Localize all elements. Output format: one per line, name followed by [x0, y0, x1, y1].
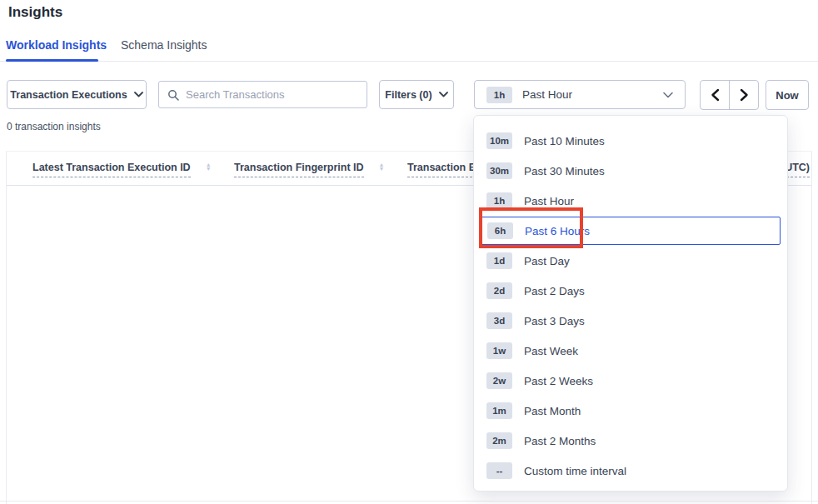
- column-header-txn-fingerprint-id: Transaction Fingerprint ID ▲▼: [234, 162, 385, 177]
- menu-item-past-30-minutes[interactable]: 30m Past 30 Minutes: [474, 156, 787, 186]
- time-interval-label: Past Hour: [522, 88, 653, 101]
- tab-schema-insights[interactable]: Schema Insights: [121, 38, 207, 52]
- search-icon: [167, 89, 179, 101]
- search-input[interactable]: [186, 88, 358, 101]
- time-interval-select[interactable]: 1h Past Hour: [474, 80, 686, 109]
- sort-icon[interactable]: ▲▼: [206, 162, 212, 171]
- active-tab-underline: [6, 59, 98, 62]
- sort-icon[interactable]: ▲▼: [379, 162, 385, 171]
- page-bottom-divider: [0, 501, 818, 502]
- menu-item-past-3-days[interactable]: 3d Past 3 Days: [474, 306, 787, 336]
- chevron-down-icon: [134, 92, 143, 97]
- menu-item-past-week[interactable]: 1w Past Week: [474, 336, 787, 366]
- time-prev-button[interactable]: [701, 81, 730, 109]
- menu-item-past-2-months[interactable]: 2m Past 2 Months: [474, 426, 787, 456]
- menu-item-custom-time-interval[interactable]: -- Custom time interval: [474, 456, 787, 486]
- time-interval-badge: 1h: [486, 87, 512, 103]
- insights-page: Insights Workload Insights Schema Insigh…: [0, 0, 818, 504]
- time-next-button[interactable]: [730, 81, 758, 109]
- menu-item-past-10-minutes[interactable]: 10m Past 10 Minutes: [474, 126, 787, 156]
- time-interval-dropdown: 10m Past 10 Minutes 30m Past 30 Minutes …: [473, 115, 788, 492]
- menu-item-past-6-hours[interactable]: 6h Past 6 Hours: [481, 217, 781, 245]
- tab-bar: Workload Insights Schema Insights: [0, 37, 818, 62]
- chevron-down-icon: [663, 92, 673, 98]
- filters-label: Filters (0): [385, 89, 431, 101]
- insights-count: 0 transaction insights: [7, 121, 101, 132]
- menu-item-past-month[interactable]: 1m Past Month: [474, 396, 787, 426]
- execution-type-select[interactable]: Transaction Executions: [7, 80, 147, 109]
- page-title: Insights: [8, 4, 62, 21]
- now-label: Now: [776, 89, 798, 102]
- column-header-latest-txn-exec-id: Latest Transaction Execution ID ▲▼: [32, 162, 212, 177]
- menu-item-past-2-days[interactable]: 2d Past 2 Days: [474, 276, 787, 306]
- execution-type-label: Transaction Executions: [10, 89, 127, 101]
- chevron-down-icon: [439, 92, 448, 97]
- filters-button[interactable]: Filters (0): [379, 80, 454, 109]
- tab-workload-insights[interactable]: Workload Insights: [6, 38, 107, 52]
- menu-item-past-day[interactable]: 1d Past Day: [474, 246, 787, 276]
- search-box[interactable]: [158, 81, 367, 108]
- menu-item-past-2-weeks[interactable]: 2w Past 2 Weeks: [474, 366, 787, 396]
- time-nav-group: [700, 80, 759, 110]
- menu-item-past-hour[interactable]: 1h Past Hour: [474, 186, 787, 216]
- now-button[interactable]: Now: [766, 80, 809, 110]
